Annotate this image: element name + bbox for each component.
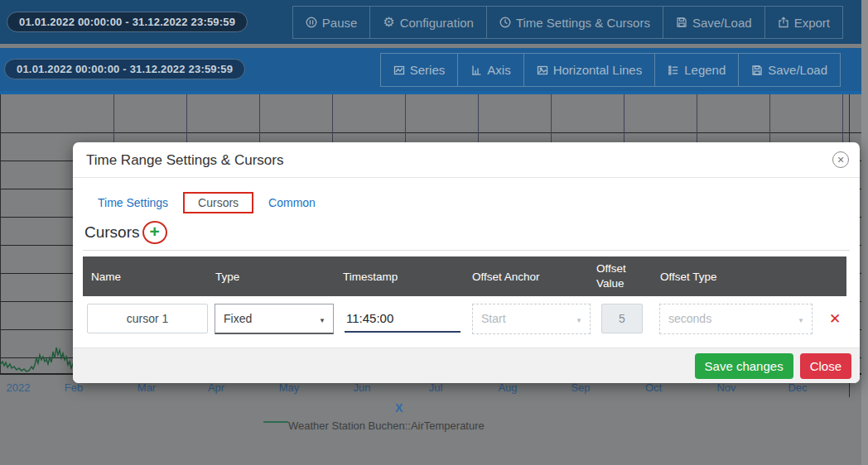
offset-value-input [601,304,643,333]
legend-icon [668,65,679,76]
x-tick-label: Sep [571,381,590,394]
save-load-button-secondary[interactable]: Save/Load [738,53,841,87]
col-header-offset-anchor: Offset Anchor [465,271,590,283]
add-cursor-icon[interactable]: + [150,222,160,241]
pause-icon [306,17,317,28]
offset-anchor-value: Start [481,312,506,325]
time-range-badge: 01.01.2022 00:00:00 - 31.12.2022 23:59:5… [7,12,248,32]
save-changes-button[interactable]: Save changes [695,353,793,379]
cursors-table: Name Type Timestamp Offset Anchor Offset… [83,256,846,341]
chevron-down-icon [798,312,804,325]
clock-icon [499,17,511,28]
save-icon [676,17,687,28]
temperature-series-line [0,343,83,376]
close-button[interactable]: Close [800,353,851,379]
cursors-section-header: Cursors + [84,221,860,244]
annotation-red-circle: + [142,221,167,244]
x-tick-label: Jun [354,381,371,394]
x-tick-label: Feb [65,381,83,394]
col-header-timestamp: Timestamp [336,271,465,283]
series-button[interactable]: Series [380,53,459,87]
modal-tabs: Time Settings Cursors Common [86,189,860,216]
axis-icon [470,65,482,76]
time-settings-cursors-button-label: Time Settings & Cursors [516,16,650,30]
offset-type-select: seconds [659,304,813,334]
chevron-down-icon [576,312,582,325]
horizontal-lines-button-label: Horizontal Lines [553,63,643,77]
secondary-toolbar-buttons: Series Axis Horizontal Lines Legend Save… [381,53,841,87]
x-tick-label: Oct [645,381,662,394]
close-icon[interactable]: ✕ [832,151,849,168]
delete-cursor-icon[interactable]: ✕ [829,311,841,327]
col-header-type: Type [209,271,336,283]
x-tick-label: Aug [498,381,517,394]
cursor-timestamp-input[interactable] [345,304,461,333]
cursor-row: Fixed Start seconds ✕ [83,296,846,341]
export-icon [778,17,789,28]
time-range-settings-modal: Time Range Settings & Cursors ✕ Time Set… [73,142,860,383]
section-divider [83,250,850,251]
tab-cursors[interactable]: Cursors [186,189,250,216]
horizontal-lines-button[interactable]: Horizontal Lines [523,53,656,87]
cursors-table-header: Name Type Timestamp Offset Anchor Offset… [83,256,846,296]
gear-icon: ⚙ [383,17,394,28]
cursors-heading: Cursors [84,223,140,242]
offset-anchor-select: Start [472,304,591,334]
export-button[interactable]: Export [764,6,843,39]
col-header-name: Name [83,271,209,283]
legend-button-label: Legend [684,63,726,77]
tab-common[interactable]: Common [257,189,327,216]
legend-button[interactable]: Legend [654,53,739,87]
chevron-down-icon [319,312,326,325]
x-tick-label: May [279,381,300,394]
series-icon [393,65,405,76]
configuration-button-label: Configuration [400,16,474,30]
save-load-button-secondary-label: Save/Load [768,63,827,77]
modal-footer: Save changes Close [73,348,860,383]
offset-type-value: seconds [668,312,711,325]
legend-line-swatch [263,421,288,423]
axis-button-label: Axis [487,63,510,77]
save-icon [751,65,763,76]
pause-button[interactable]: Pause [292,6,371,39]
x-axis-title: X [395,401,403,415]
tab-time-settings[interactable]: Time Settings [86,189,180,216]
annotation-red-box: Cursors [183,192,253,213]
axis-button[interactable]: Axis [457,53,523,87]
modal-header: Time Range Settings & Cursors ✕ [73,142,860,178]
x-tick-label: Apr [208,381,224,394]
x-tick-label: Jul [429,381,443,394]
cursor-type-value: Fixed [224,312,252,325]
save-load-button-label: Save/Load [692,16,752,30]
save-load-button[interactable]: Save/Load [663,6,765,39]
image-icon [537,65,548,76]
export-button-label: Export [794,16,830,30]
time-settings-cursors-button[interactable]: Time Settings & Cursors [486,6,663,39]
cursor-name-input[interactable] [87,304,208,333]
x-tick-label: Mar [137,381,156,394]
time-range-badge-secondary: 01.01.2022 00:00:00 - 31.12.2022 23:59:5… [4,59,245,79]
col-header-offset-type: Offset Type [653,271,813,283]
series-button-label: Series [410,63,446,77]
cursor-type-select[interactable]: Fixed [215,304,334,334]
col-header-offset-value: Offset Value [590,261,653,291]
legend-series-label: Weather Station Buchen::AirTemperature [288,419,485,432]
page-scrollbar[interactable] [861,0,868,465]
x-tick-label: Dec [788,381,807,394]
pause-button-label: Pause [322,16,358,30]
modal-title: Time Range Settings & Cursors [86,152,283,168]
primary-toolbar-buttons: Pause ⚙ Configuration Time Settings & Cu… [293,6,843,39]
x-tick-label: Nov [716,381,735,394]
configuration-button[interactable]: ⚙ Configuration [369,6,487,39]
x-tick-label: 2022 [7,381,31,394]
